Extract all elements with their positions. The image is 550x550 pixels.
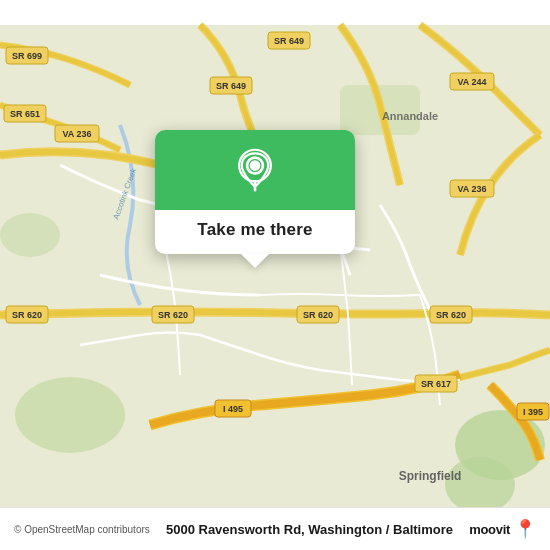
svg-text:SR 649: SR 649 (274, 36, 304, 46)
moovit-pin-icon: 📍 (514, 518, 536, 540)
svg-point-1 (15, 377, 125, 453)
svg-text:SR 620: SR 620 (303, 310, 333, 320)
svg-text:I 495: I 495 (223, 404, 243, 414)
map-attribution: © OpenStreetMap contributors (14, 524, 150, 535)
svg-text:VA 244: VA 244 (457, 77, 486, 87)
address-label: 5000 Ravensworth Rd, Washington / Baltim… (150, 522, 469, 537)
svg-point-4 (0, 213, 60, 257)
bottom-bar: © OpenStreetMap contributors 5000 Ravens… (0, 507, 550, 550)
svg-text:SR 699: SR 699 (12, 51, 42, 61)
callout-header (155, 130, 355, 210)
location-callout[interactable]: Take me there (155, 130, 355, 254)
svg-text:VA 236: VA 236 (62, 129, 91, 139)
moovit-logo: moovit 📍 (469, 518, 536, 540)
svg-text:SR 620: SR 620 (12, 310, 42, 320)
svg-text:SR 649: SR 649 (216, 81, 246, 91)
take-me-there-button[interactable]: Take me there (197, 220, 312, 240)
map-background: SR 649 SR 649 SR 699 SR 651 VA 236 VA 24… (0, 0, 550, 550)
svg-point-3 (445, 457, 515, 513)
svg-text:SR 620: SR 620 (436, 310, 466, 320)
svg-point-39 (250, 160, 261, 171)
svg-text:I 395: I 395 (523, 407, 543, 417)
map-container: SR 649 SR 649 SR 699 SR 651 VA 236 VA 24… (0, 0, 550, 550)
svg-text:Annandale: Annandale (382, 110, 438, 122)
location-pin-icon (233, 148, 277, 192)
svg-text:Springfield: Springfield (399, 469, 462, 483)
svg-text:SR 620: SR 620 (158, 310, 188, 320)
svg-text:SR 617: SR 617 (421, 379, 451, 389)
moovit-brand-text: moovit (469, 522, 510, 537)
svg-text:VA 236: VA 236 (457, 184, 486, 194)
svg-text:SR 651: SR 651 (10, 109, 40, 119)
